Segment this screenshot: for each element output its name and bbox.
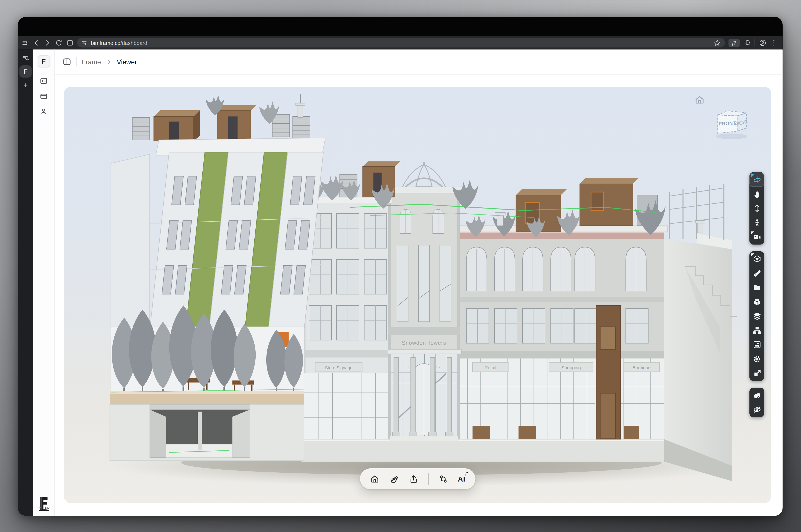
viewcube-front-label: FRONT [719, 120, 736, 127]
zoom-tool-button[interactable] [749, 201, 764, 215]
split-view-icon[interactable] [66, 39, 74, 46]
camera-views-button[interactable] [749, 230, 764, 244]
viewer-dock: AI [360, 468, 476, 489]
walk-tool-button[interactable] [749, 215, 764, 230]
files-button[interactable] [749, 280, 764, 294]
menu-kebab-icon[interactable] [770, 39, 778, 46]
navigate-tool-group [749, 172, 764, 245]
sign-boutique: Boutique [633, 365, 651, 370]
forward-icon[interactable] [43, 39, 51, 46]
model-right-wall [664, 234, 737, 466]
page-header: Frame Viewer [55, 50, 783, 75]
layers-button[interactable] [749, 309, 764, 323]
sidebar-item-account[interactable] [37, 105, 50, 117]
new-tab-icon[interactable]: + [23, 81, 28, 89]
frame-building-art-icon [37, 495, 50, 512]
browser-titlebar [18, 17, 783, 36]
dock-divider [428, 473, 429, 484]
dock-home-button[interactable] [370, 474, 380, 484]
address-bar[interactable]: bimframe.co/dashboard [77, 38, 725, 48]
dock-ai-button[interactable]: AI [458, 475, 465, 483]
sign-entrance: Snowdon Towers [402, 340, 446, 346]
extension-f-badge[interactable]: f? [728, 39, 740, 46]
frame-logo[interactable]: F [37, 55, 50, 68]
main-panel: Frame Viewer [55, 50, 783, 516]
sparkle-icon [464, 471, 469, 476]
sign-store: Store Signage [325, 365, 352, 370]
section-box-button[interactable] [749, 252, 764, 266]
reload-icon[interactable] [55, 39, 62, 46]
roof-trellis [670, 184, 724, 240]
dock-compare-button[interactable] [439, 474, 448, 484]
measure-button[interactable] [749, 266, 764, 280]
tab-search-icon[interactable] [22, 54, 30, 62]
penthouse-2 [217, 105, 257, 140]
sign-shopping: Shopping [561, 365, 581, 370]
orbit-tool-button[interactable] [749, 173, 764, 187]
toolbar-divider [755, 39, 755, 46]
profile-icon[interactable] [759, 39, 766, 46]
bim-model[interactable]: Retail Shopping Boutique [64, 87, 771, 503]
display-tool-group [749, 387, 764, 417]
hierarchy-button[interactable] [749, 323, 764, 338]
dock-pen-button[interactable] [389, 474, 399, 484]
viewcube[interactable]: FRONT RIGHT [711, 107, 753, 142]
model-center-tower: Snowdon Towers Live/Work Lofts [385, 162, 463, 440]
penthouse-1 [154, 110, 200, 141]
app-sidebar: F [33, 50, 55, 516]
tab-menu-icon[interactable] [21, 39, 29, 46]
url-text[interactable]: bimframe.co/dashboard [91, 40, 147, 46]
browser-toolbar: bimframe.co/dashboard f? [18, 36, 783, 50]
bookmark-star-icon[interactable] [713, 39, 721, 46]
back-icon[interactable] [32, 39, 40, 46]
dock-share-button[interactable] [409, 474, 418, 484]
frame-app-page: F [33, 50, 783, 516]
frame-tab[interactable]: F [19, 65, 32, 78]
hide-button[interactable] [749, 402, 764, 417]
sidebar-item-billing[interactable] [37, 90, 50, 102]
viewer-canvas[interactable]: Retail Shopping Boutique [64, 87, 771, 503]
breadcrumb-chevron-icon [106, 59, 112, 64]
model-cube-button[interactable] [749, 295, 764, 309]
breadcrumb-root[interactable]: Frame [82, 58, 101, 65]
fit-view-home-icon[interactable] [695, 95, 705, 105]
fullscreen-button[interactable] [749, 366, 764, 380]
breadcrumb-current: Viewer [117, 58, 137, 65]
pan-tool-button[interactable] [749, 187, 764, 201]
appearance-button[interactable] [749, 388, 764, 402]
desktop-backdrop: bimframe.co/dashboard f? [0, 0, 801, 532]
sign-retail: Retail [484, 365, 496, 370]
header-divider [76, 57, 76, 66]
site-settings-icon[interactable] [81, 40, 87, 46]
sidebar-item-terminal[interactable] [37, 75, 50, 87]
model-tool-group [749, 251, 764, 381]
viewer-content: Retail Shopping Boutique [55, 75, 783, 516]
render-settings-button[interactable] [749, 338, 764, 352]
settings-button[interactable] [749, 352, 764, 366]
viewer-tool-rail [749, 172, 764, 417]
browser-window: bimframe.co/dashboard f? [18, 17, 783, 516]
model-right-block: Retail Shopping Boutique [457, 226, 668, 439]
browser-tab-sidebar: F + [18, 50, 33, 516]
panel-left-toggle-icon[interactable] [63, 58, 71, 66]
model-left-terrace [110, 305, 304, 461]
extensions-puzzle-icon[interactable] [743, 39, 751, 46]
